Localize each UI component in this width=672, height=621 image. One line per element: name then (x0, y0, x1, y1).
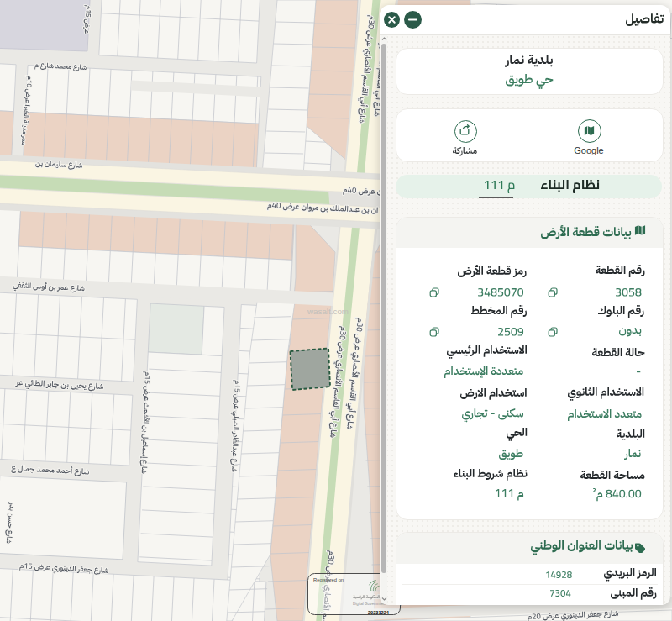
svg-text:20231224: 20231224 (368, 610, 390, 615)
svg-text:Registered on: Registered on (313, 577, 344, 582)
svg-text:wasalt.com: wasalt.com (307, 307, 349, 316)
